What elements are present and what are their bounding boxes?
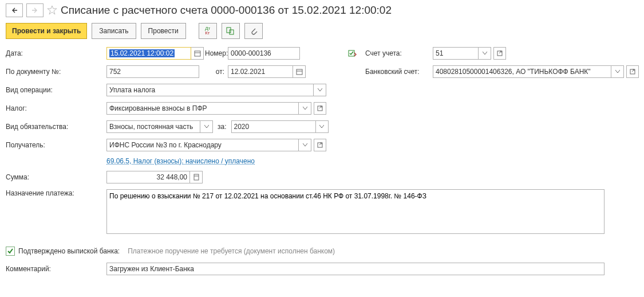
open-icon <box>630 69 635 75</box>
year-dropdown-button[interactable] <box>316 120 329 133</box>
page-title: Списание с расчетного счета 0000-000136 … <box>61 4 392 17</box>
date-input[interactable]: 15.02.2021 12:00:02 <box>106 47 191 60</box>
chevron-down-icon <box>303 143 307 147</box>
chevron-down-icon <box>204 125 209 128</box>
tax-label: Налог: <box>6 104 106 112</box>
svg-rect-2 <box>195 51 200 56</box>
calendar-icon <box>296 68 303 75</box>
sum-label: Сумма: <box>6 173 106 181</box>
chevron-down-icon <box>319 125 324 128</box>
attachments-button[interactable] <box>244 23 263 39</box>
nav-back-button[interactable] <box>6 3 23 17</box>
op-type-dropdown-button[interactable] <box>314 84 326 96</box>
recipient-input[interactable]: ИФНС России №3 по г. Краснодару <box>106 139 299 151</box>
confirmed-hint: Платежное поручение не требуется (докуме… <box>128 247 335 255</box>
bank-account-open-button[interactable] <box>626 65 639 78</box>
obligation-label: Вид обязательства: <box>6 123 106 131</box>
by-doc-label: По документу №: <box>6 68 106 76</box>
sum-input[interactable]: 32 448,00 <box>106 171 190 183</box>
recipient-label: Получатель: <box>6 141 106 149</box>
paperclip-icon <box>250 27 258 35</box>
account-open-button[interactable] <box>493 47 506 60</box>
number-input[interactable]: 0000-000136 <box>228 47 300 60</box>
comment-input[interactable]: Загружен из Клиент-Банка <box>106 263 605 275</box>
dtkt-button[interactable]: ДтКт <box>199 23 217 39</box>
purpose-label: Назначение платежа: <box>6 189 106 197</box>
nav-forward-button[interactable] <box>26 3 44 17</box>
dtkt-icon: ДтКт <box>205 26 210 36</box>
account-label: Счет учета: <box>365 49 433 57</box>
calculator-button[interactable] <box>190 171 203 183</box>
year-input[interactable]: 2020 <box>231 120 316 133</box>
recipient-open-button[interactable] <box>314 139 326 151</box>
calendar-icon <box>194 50 201 57</box>
account-input[interactable]: 51 <box>433 47 479 60</box>
create-based-on-icon <box>226 27 235 35</box>
by-doc-input[interactable]: 752 <box>106 65 199 78</box>
checkmark-icon <box>7 248 14 255</box>
save-button[interactable]: Записать <box>92 23 136 39</box>
tax-dropdown-button[interactable] <box>299 102 311 115</box>
op-type-label: Вид операции: <box>6 86 106 94</box>
confirmed-label: Подтверждено выпиской банка: <box>18 247 120 255</box>
tax-open-button[interactable] <box>314 102 326 115</box>
calculator-icon <box>193 174 199 181</box>
account-dropdown-button[interactable] <box>479 47 491 60</box>
op-type-input[interactable]: Уплата налога <box>106 84 314 96</box>
from-label: от: <box>204 68 228 76</box>
favorite-star-icon[interactable] <box>47 5 57 15</box>
svg-rect-6 <box>297 69 302 75</box>
open-icon <box>317 105 323 111</box>
post-button[interactable]: Провести <box>141 23 186 39</box>
open-icon <box>497 50 503 56</box>
obligation-input[interactable]: Взносы, постоянная часть <box>106 120 200 133</box>
svg-rect-11 <box>194 174 199 180</box>
open-icon <box>317 142 323 148</box>
chevron-down-icon <box>615 70 620 73</box>
purpose-textarea[interactable] <box>106 189 605 234</box>
bank-account-label: Банковский счет: <box>365 68 433 76</box>
recipient-dropdown-button[interactable] <box>299 139 311 151</box>
arrow-left-icon <box>11 7 18 13</box>
svg-rect-1 <box>230 30 234 34</box>
arrow-right-icon <box>31 7 38 13</box>
bank-account-dropdown-button[interactable] <box>611 65 624 78</box>
tax-input[interactable]: Фиксированные взносы в ПФР <box>106 102 299 115</box>
date-label: Дата: <box>6 49 106 57</box>
create-based-on-button[interactable] <box>222 23 240 39</box>
obligation-dropdown-button[interactable] <box>200 120 213 133</box>
from-date-picker-button[interactable] <box>293 65 306 78</box>
chevron-down-icon <box>483 52 487 55</box>
status-icon <box>348 49 365 57</box>
accounting-link[interactable]: 69.06.5, Налог (взносы): начислено / упл… <box>106 157 255 165</box>
chevron-down-icon <box>303 107 307 110</box>
confirmed-checkbox[interactable] <box>6 247 15 256</box>
number-label: Номер: <box>204 49 228 57</box>
bank-account-input[interactable]: 40802810500001406326, АО "ТИНЬКОФФ БАНК" <box>433 65 611 78</box>
comment-label: Комментарий: <box>6 265 106 273</box>
chevron-down-icon <box>318 88 322 92</box>
for-label: за: <box>213 123 231 131</box>
post-and-close-button[interactable]: Провести и закрыть <box>6 23 87 39</box>
date-picker-button[interactable] <box>191 47 204 60</box>
from-date-input[interactable]: 12.02.2021 <box>228 65 293 78</box>
